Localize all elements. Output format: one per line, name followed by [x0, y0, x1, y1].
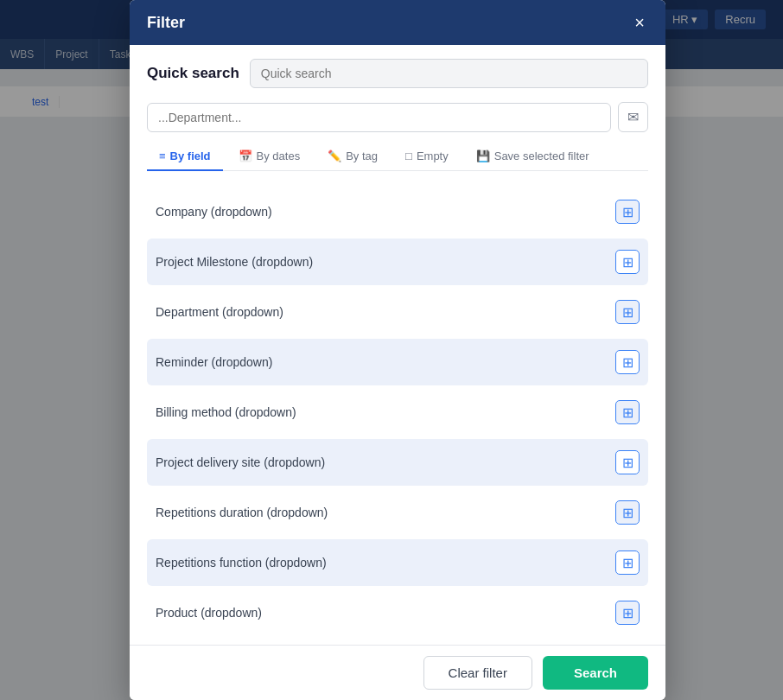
- filter-item-repetitions-function: Repetitions function (dropdown) ⊞: [147, 539, 648, 586]
- plus-icon-9: ⊞: [622, 605, 633, 621]
- clear-filter-button[interactable]: Clear filter: [423, 656, 532, 690]
- quick-search-row: Quick search: [147, 59, 648, 88]
- filter-item-repetitions-duration: Repetitions duration (dropdown) ⊞: [147, 489, 648, 536]
- department-search-row: ✉: [147, 102, 648, 132]
- filter-item-repetitions-function-label: Repetitions function (dropdown): [156, 556, 327, 570]
- empty-icon: □: [405, 150, 412, 162]
- plus-icon-7: ⊞: [622, 505, 633, 521]
- filter-item-company-label: Company (dropdown): [156, 205, 272, 219]
- plus-icon-5: ⊞: [622, 404, 633, 421]
- search-button[interactable]: Search: [543, 656, 648, 690]
- filter-item-product: Product (dropdown) ⊞: [147, 589, 648, 636]
- calendar-icon: 📅: [239, 150, 252, 162]
- filter-item-department: Department (dropdown) ⊞: [147, 289, 648, 335]
- filter-item-repetitions-duration-label: Repetitions duration (dropdown): [156, 506, 328, 519]
- plus-icon-3: ⊞: [622, 304, 633, 321]
- email-icon: ✉: [627, 110, 639, 124]
- tab-by-dates[interactable]: 📅 By dates: [226, 143, 313, 171]
- modal-title: Filter: [147, 14, 185, 32]
- filter-item-company: Company (dropdown) ⊞: [147, 188, 648, 235]
- save-icon: 💾: [476, 150, 490, 162]
- filter-add-repetitions-duration-button[interactable]: ⊞: [615, 500, 640, 525]
- plus-icon-8: ⊞: [622, 555, 633, 571]
- filter-add-project-milestone-button[interactable]: ⊞: [615, 250, 640, 274]
- tag-icon: ✏️: [328, 150, 341, 162]
- plus-icon-2: ⊞: [622, 254, 633, 270]
- tab-by-dates-label: By dates: [257, 150, 301, 162]
- filter-item-reminder-label: Reminder (dropdown): [156, 355, 272, 369]
- filter-item-project-milestone-label: Project Milestone (dropdown): [156, 255, 313, 269]
- modal-body: Quick search ✉ ≡ By field 📅 By dates ✏️ …: [130, 45, 665, 645]
- filter-item-reminder: Reminder (dropdown) ⊞: [147, 339, 648, 385]
- modal-header: Filter ×: [130, 0, 665, 45]
- tab-by-field[interactable]: ≡ By field: [147, 143, 223, 171]
- tab-by-field-label: By field: [170, 150, 211, 162]
- tab-empty-label: Empty: [417, 150, 449, 162]
- quick-search-input[interactable]: [250, 59, 648, 88]
- filter-list: Company (dropdown) ⊞ Project Milestone (…: [147, 188, 648, 640]
- filter-add-billing-method-button[interactable]: ⊞: [615, 400, 640, 424]
- tab-save-filter[interactable]: 💾 Save selected filter: [464, 143, 602, 171]
- filter-item-billing-method: Billing method (dropdown) ⊞: [147, 389, 648, 436]
- filter-add-project-delivery-site-button[interactable]: ⊞: [615, 450, 640, 474]
- filter-add-reminder-button[interactable]: ⊞: [615, 350, 640, 374]
- modal-close-button[interactable]: ×: [631, 12, 648, 33]
- filter-item-billing-method-label: Billing method (dropdown): [156, 405, 296, 419]
- tab-save-filter-label: Save selected filter: [494, 150, 589, 162]
- department-icon-button[interactable]: ✉: [618, 102, 648, 132]
- modal-footer: Clear filter Search: [130, 645, 665, 700]
- filter-item-product-label: Product (dropdown): [156, 606, 262, 620]
- tab-by-tag[interactable]: ✏️ By tag: [315, 143, 390, 171]
- by-field-icon: ≡: [159, 150, 166, 162]
- quick-search-label: Quick search: [147, 65, 239, 82]
- filter-add-company-button[interactable]: ⊞: [615, 200, 640, 224]
- filter-item-project-delivery-site: Project delivery site (dropdown) ⊞: [147, 439, 648, 486]
- filter-item-department-label: Department (dropdown): [156, 305, 283, 319]
- filter-add-repetitions-function-button[interactable]: ⊞: [615, 550, 640, 575]
- tab-empty[interactable]: □ Empty: [393, 143, 461, 171]
- tabs-row: ≡ By field 📅 By dates ✏️ By tag □ Empty …: [147, 143, 648, 171]
- department-search-input[interactable]: [147, 103, 611, 132]
- filter-add-product-button[interactable]: ⊞: [615, 601, 640, 625]
- plus-icon: ⊞: [622, 204, 633, 220]
- filter-modal: Filter × Quick search ✉ ≡ By field 📅 By …: [130, 0, 665, 700]
- filter-item-project-milestone: Project Milestone (dropdown) ⊞: [147, 239, 648, 285]
- plus-icon-6: ⊞: [622, 455, 633, 471]
- plus-icon-4: ⊞: [622, 354, 633, 371]
- tab-by-tag-label: By tag: [346, 150, 378, 162]
- filter-item-project-delivery-site-label: Project delivery site (dropdown): [156, 455, 325, 469]
- filter-add-department-button[interactable]: ⊞: [615, 300, 640, 324]
